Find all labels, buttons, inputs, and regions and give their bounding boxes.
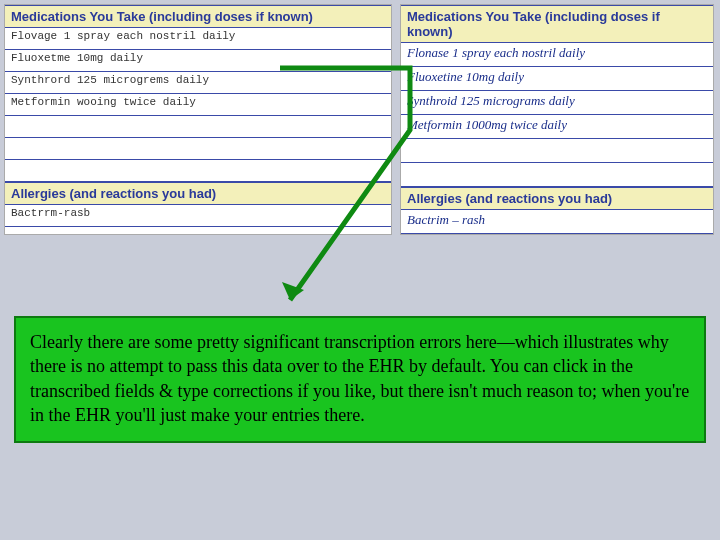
callout-box: Clearly there are some pretty significan… (14, 316, 706, 443)
med-row (401, 139, 713, 163)
med-row (401, 163, 713, 187)
forms-row: Medications You Take (including doses if… (0, 0, 720, 235)
med-row: Metformin 1000mg twice daily (401, 115, 713, 139)
med-row: Fluoxetine 10mg daily (401, 67, 713, 91)
med-row[interactable] (5, 160, 391, 182)
allergy-row[interactable]: Bactrrm-rasb (5, 205, 391, 227)
handwritten-form: Medications You Take (including doses if… (400, 4, 714, 235)
allergies-header-left: Allergies (and reactions you had) (5, 182, 391, 205)
med-row: Synthroid 125 micrograms daily (401, 91, 713, 115)
allergy-row: Bactrim – rash (401, 210, 713, 234)
svg-marker-0 (282, 282, 304, 300)
med-row[interactable] (5, 138, 391, 160)
med-row: Flonase 1 spray each nostril daily (401, 43, 713, 67)
med-row[interactable]: Metformin wooing twice daily (5, 94, 391, 116)
meds-header-left: Medications You Take (including doses if… (5, 5, 391, 28)
med-row[interactable]: Synthrord 125 microgrems daily (5, 72, 391, 94)
med-row[interactable]: Fluoxetme 10mg daily (5, 50, 391, 72)
transcribed-form: Medications You Take (including doses if… (4, 4, 392, 235)
med-row[interactable] (5, 116, 391, 138)
allergies-header-right: Allergies (and reactions you had) (401, 187, 713, 210)
med-row[interactable]: Flovage 1 spray each nostril daily (5, 28, 391, 50)
meds-header-right: Medications You Take (including doses if… (401, 5, 713, 43)
callout-text: Clearly there are some pretty significan… (30, 330, 690, 427)
